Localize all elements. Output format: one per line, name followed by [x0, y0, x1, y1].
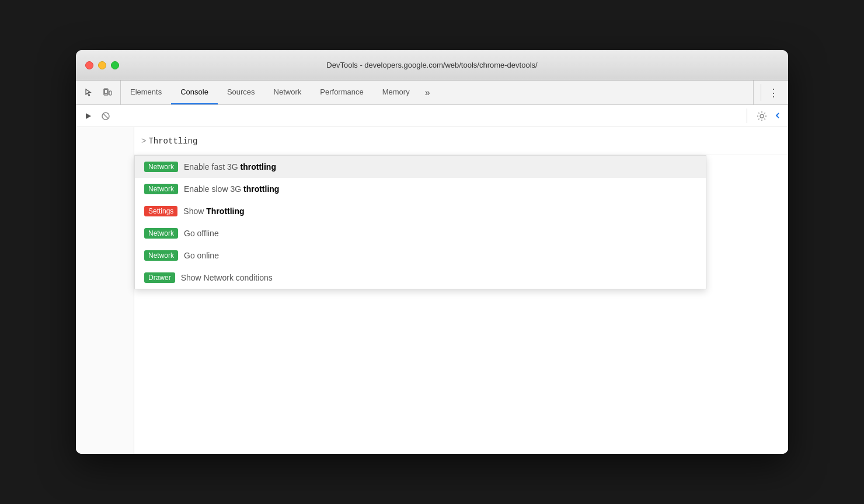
svg-point-2 [106, 93, 106, 94]
suggestion-text-5: Go online [184, 251, 219, 260]
command-text[interactable]: Throttling [148, 136, 197, 146]
devtools-body: Elements Console Sources Network Perform… [76, 80, 788, 454]
badge-network-2: Network [144, 184, 178, 194]
suggestion-text-4: Go offline [184, 229, 219, 238]
maximize-button[interactable] [111, 61, 119, 69]
collapse-button[interactable] [772, 108, 783, 124]
svg-line-6 [103, 114, 108, 118]
close-button[interactable] [85, 61, 93, 69]
tab-sources[interactable]: Sources [218, 80, 264, 104]
badge-network-5: Network [144, 250, 178, 261]
tab-console[interactable]: Console [171, 80, 218, 104]
badge-drawer-6: Drawer [144, 272, 175, 283]
svg-rect-1 [105, 89, 107, 93]
more-options-button[interactable]: ⋮ [764, 84, 783, 102]
svg-rect-3 [109, 91, 112, 95]
tab-memory[interactable]: Memory [373, 80, 419, 104]
device-toggle-button[interactable] [99, 85, 116, 101]
command-prompt: > [141, 136, 146, 146]
content-area: > Throttling Network Enable fast 3G thro… [134, 127, 788, 454]
suggestion-item[interactable]: Drawer Show Network conditions [135, 267, 706, 289]
suggestion-item[interactable]: Settings Show Throttling [135, 200, 706, 222]
suggestion-text-3: Show Throttling [183, 206, 244, 216]
suggestion-item[interactable]: Network Enable slow 3G throttling [135, 178, 706, 200]
suggestion-text-6: Show Network conditions [181, 273, 273, 282]
tab-bar: Elements Console Sources Network Perform… [76, 80, 788, 105]
suggestion-text-1: Enable fast 3G throttling [184, 162, 276, 172]
tab-performance[interactable]: Performance [311, 80, 372, 104]
main-area: > Throttling Network Enable fast 3G thro… [76, 127, 788, 454]
svg-point-7 [760, 114, 764, 118]
traffic-lights [85, 61, 119, 69]
tab-bar-right: ⋮ [753, 80, 788, 104]
window-title: DevTools - developers.google.com/web/too… [326, 61, 537, 69]
secondary-toolbar [76, 105, 788, 127]
title-bar: DevTools - developers.google.com/web/too… [76, 50, 788, 80]
tab-elements[interactable]: Elements [121, 80, 171, 104]
toolbar-icons [76, 80, 121, 104]
suggestions-dropdown: Network Enable fast 3G throttling Networ… [134, 155, 706, 289]
tab-divider [761, 84, 761, 101]
badge-network-1: Network [144, 162, 178, 172]
more-tabs-button[interactable]: » [419, 80, 436, 104]
suggestion-item[interactable]: Network Go offline [135, 222, 706, 244]
badge-settings-3: Settings [144, 206, 177, 216]
inspect-element-button[interactable] [81, 85, 97, 101]
tabs-container: Elements Console Sources Network Perform… [121, 80, 437, 104]
settings-button[interactable] [754, 108, 769, 124]
stop-button[interactable] [98, 108, 113, 124]
svg-marker-4 [86, 113, 91, 119]
run-button[interactable] [81, 108, 96, 124]
suggestion-text-2: Enable slow 3G throttling [184, 184, 279, 194]
command-input-wrapper: > Throttling [134, 127, 788, 155]
tab-spacer [437, 80, 754, 104]
sidebar [76, 127, 134, 454]
suggestion-item[interactable]: Network Enable fast 3G throttling [135, 156, 706, 178]
tab-network[interactable]: Network [264, 80, 311, 104]
minimize-button[interactable] [98, 61, 106, 69]
secondary-divider [747, 108, 747, 124]
suggestion-item[interactable]: Network Go online [135, 244, 706, 267]
badge-network-4: Network [144, 228, 178, 239]
devtools-window: DevTools - developers.google.com/web/too… [76, 50, 788, 454]
